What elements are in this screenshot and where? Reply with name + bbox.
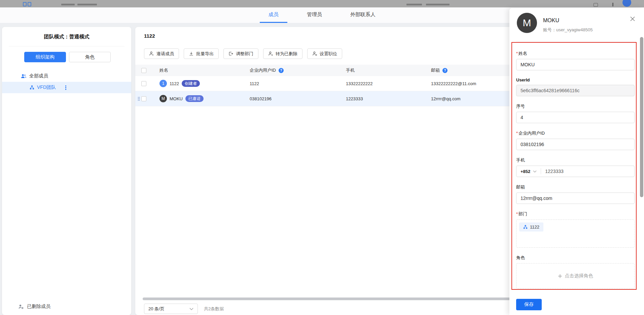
column-header-corp-id: 企业内用户ID	[250, 67, 276, 73]
department-picker[interactable]: 1122	[516, 219, 635, 248]
tree-item-team[interactable]: VFD团队	[2, 82, 131, 93]
field-phone: 手机 +852	[516, 157, 635, 177]
field-name: 姓名	[516, 50, 635, 70]
corp-id-input[interactable]	[516, 139, 635, 150]
field-label: 角色	[516, 255, 635, 261]
column-header-name: 姓名	[159, 67, 168, 73]
field-corp-id: 企业内用户ID	[516, 130, 635, 150]
button-label: 设置职位	[320, 51, 337, 57]
phone-number-input[interactable]	[541, 169, 634, 174]
team-mode-title: 团队模式：普通模式	[2, 27, 131, 40]
adjust-department-button[interactable]: 调整部门	[223, 48, 258, 59]
chevron-down-icon	[533, 170, 537, 173]
tab-members[interactable]: 成员	[260, 7, 287, 23]
tab-external-contacts[interactable]: 外部联系人	[342, 7, 384, 23]
row-checkbox[interactable]	[141, 81, 146, 86]
horizontal-scrollbar[interactable]	[143, 298, 510, 300]
field-label: 企业内用户ID	[516, 130, 635, 136]
member-name: MOKU	[170, 96, 183, 101]
country-code-select[interactable]: +852	[516, 169, 541, 174]
members-table: 姓名 企业内用户ID 手机 邮箱 1 1122 创建者 1122 1332222…	[135, 65, 520, 106]
table-row[interactable]: M MOKU 已邀请 038102196 1223333 12rrrr@qq.c…	[135, 91, 520, 106]
help-icon[interactable]	[442, 68, 448, 73]
move-to-deleted-button[interactable]: 转为已删除	[263, 48, 302, 59]
email-value: 12rrrr@qq.com	[431, 96, 461, 101]
user-avatar[interactable]	[622, 0, 631, 7]
batch-export-button[interactable]: 批量导出	[184, 48, 219, 59]
field-userid: UserId	[516, 77, 635, 96]
phone-value: 13322222222	[346, 81, 373, 86]
person-x-icon	[268, 51, 273, 56]
creator-badge: 创建者	[182, 80, 200, 87]
corp-id-value: 038102196	[250, 96, 272, 101]
invited-badge: 已邀请	[185, 95, 204, 102]
set-position-button[interactable]: 设置职位	[307, 48, 342, 59]
field-dept: 部门 1122	[516, 211, 635, 248]
window-icon[interactable]	[594, 3, 598, 7]
avatar: 1	[159, 80, 167, 87]
field-label: 姓名	[516, 50, 635, 57]
screen: 成员 管理员 外部联系人 团队模式：普通模式 组织架构 角色 全部成员	[0, 0, 644, 315]
divider	[516, 41, 636, 41]
email-input[interactable]	[516, 193, 635, 204]
row-checkbox[interactable]	[141, 96, 146, 101]
page-size-select[interactable]: 20 条/页	[144, 304, 198, 314]
tree-item-label: VFD团队	[37, 84, 56, 91]
member-name: 1122	[170, 81, 179, 86]
role-button[interactable]: 角色	[69, 52, 111, 62]
deleted-members-item[interactable]: 已删除成员	[18, 304, 50, 310]
plus-icon	[558, 274, 562, 278]
avatar: M	[159, 95, 167, 102]
field-label: 邮箱	[516, 184, 635, 190]
divider	[9, 46, 124, 46]
email-value: 13322222222@11.com	[431, 81, 476, 86]
drag-handle-icon[interactable]	[138, 97, 140, 101]
total-count-text: 共2条数据	[204, 306, 224, 312]
field-label: 手机	[516, 157, 635, 163]
move-out-icon	[228, 51, 234, 56]
corp-id-value: 1122	[250, 81, 259, 86]
tab-admins[interactable]: 管理员	[298, 7, 331, 23]
more-options-icon[interactable]	[65, 85, 66, 90]
toolbar: 邀请成员 批量导出 调整部门 转为已删除 设置职位	[144, 48, 342, 59]
help-icon[interactable]	[279, 68, 284, 73]
close-icon[interactable]	[629, 15, 636, 22]
department-tag[interactable]: 1122	[519, 222, 543, 232]
group-icon	[21, 74, 27, 79]
page-size-value: 20 条/页	[148, 306, 165, 312]
column-header-email: 邮箱	[431, 67, 440, 73]
member-form: 姓名 UserId 序号 企业内用户ID 手机 +852	[516, 50, 635, 296]
member-avatar: M	[517, 13, 537, 33]
titlebar-fragment	[77, 4, 97, 5]
seq-input[interactable]	[516, 112, 635, 123]
org-structure-button[interactable]: 组织架构	[24, 52, 66, 62]
vertical-scrollbar[interactable]	[640, 37, 643, 197]
mode-toggle: 组织架构 角色	[24, 52, 131, 62]
member-detail-name: MOKU	[543, 18, 559, 24]
toolbar-icon[interactable]	[612, 3, 613, 6]
role-picker-placeholder: 点击选择角色	[565, 273, 593, 279]
table-row[interactable]: 1 1122 创建者 1122 13322222222 13322222222@…	[135, 76, 520, 91]
titlebar-fragment	[61, 4, 75, 5]
button-label: 转为已删除	[276, 51, 297, 57]
role-picker[interactable]: 点击选择角色	[516, 263, 635, 289]
titlebar-fragment	[426, 4, 450, 5]
member-detail-panel: M MOKU 账号：user_vyagiw48505 姓名 UserId 序号 …	[509, 8, 644, 315]
sitemap-icon	[523, 225, 528, 229]
titlebar-fragment	[406, 4, 422, 5]
tree-item-all-members[interactable]: 全部成员	[2, 70, 131, 82]
download-icon	[189, 51, 194, 56]
select-all-checkbox[interactable]	[141, 68, 146, 73]
column-header-phone: 手机	[346, 67, 355, 73]
name-input[interactable]	[516, 59, 635, 70]
pagination: 20 条/页 共2条数据	[144, 304, 224, 314]
main-panel: 1122 邀请成员 批量导出 调整部门 转为已删除 设置职位	[135, 27, 523, 315]
person-removed-icon	[18, 304, 24, 309]
window-titlebar	[0, 0, 644, 7]
app-logo-icon	[23, 2, 31, 6]
button-label: 邀请成员	[156, 51, 174, 57]
save-button[interactable]: 保存	[516, 299, 542, 310]
phone-input-group: +852	[516, 166, 635, 177]
member-account: 账号：user_vyagiw48505	[543, 27, 593, 33]
invite-member-button[interactable]: 邀请成员	[144, 48, 179, 59]
